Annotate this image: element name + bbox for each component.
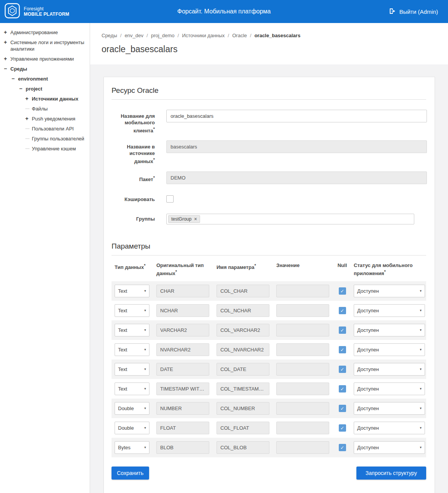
type-select[interactable]: Text ▾	[115, 363, 149, 376]
sidebar-item-app-management[interactable]: +Управление приложениями	[0, 54, 90, 64]
cache-checkbox[interactable]	[166, 195, 174, 203]
sidebar-item-label: Источники данных	[32, 96, 78, 102]
page-head: Среды/env_dev/proj_demo/Источники данных…	[90, 23, 448, 64]
breadcrumb-item[interactable]: Источники данных	[182, 33, 225, 38]
null-checkbox[interactable]: ✓	[339, 424, 346, 432]
chevron-down-icon: ▾	[144, 289, 146, 293]
expand-icon[interactable]: +	[4, 56, 10, 62]
chevron-down-icon: ▾	[144, 308, 146, 312]
null-checkbox[interactable]: ✓	[339, 307, 346, 314]
collapse-icon[interactable]: −	[19, 86, 26, 92]
expand-icon[interactable]: +	[4, 29, 10, 36]
expand-icon[interactable]: +	[25, 115, 32, 122]
sidebar-item-label: Системные логи и инструменты аналитики	[10, 39, 87, 52]
null-checkbox[interactable]: ✓	[339, 366, 346, 373]
null-checkbox[interactable]: ✓	[339, 287, 346, 295]
save-button[interactable]: Сохранить	[112, 467, 149, 480]
status-select[interactable]: Доступен ▾	[354, 343, 425, 356]
sidebar-item-project[interactable]: −project	[0, 84, 90, 94]
type-select[interactable]: Double ▾	[115, 402, 149, 415]
type-select-value: Text	[118, 327, 127, 333]
breadcrumb-item[interactable]: proj_demo	[151, 33, 174, 38]
required-marker: *	[153, 127, 155, 131]
chevron-down-icon: ▾	[144, 445, 146, 449]
source-name-input	[166, 140, 427, 153]
value-input	[276, 422, 329, 434]
logo: Foresight MOBILE PLATFORM	[0, 3, 90, 20]
null-checkbox[interactable]: ✓	[339, 346, 346, 353]
value-input	[276, 441, 329, 454]
remove-tag-icon[interactable]: ×	[194, 216, 197, 222]
section-title-resource: Ресурс Oracle	[112, 84, 426, 100]
status-select[interactable]: Доступен ▾	[354, 383, 425, 395]
required-marker: *	[144, 263, 145, 268]
chevron-down-icon: ▾	[420, 387, 422, 391]
collapse-icon[interactable]: −	[11, 76, 18, 82]
sidebar-item-cache-management[interactable]: Управление кэшем	[0, 144, 90, 154]
sidebar-item-environment[interactable]: −environment	[0, 74, 90, 84]
app-title: Форсайт. Мобильная платформа	[177, 8, 271, 15]
request-structure-button[interactable]: Запросить структуру	[356, 467, 426, 480]
original-type-input	[156, 363, 209, 376]
mobile-name-input[interactable]	[166, 110, 427, 122]
expand-icon[interactable]: +	[4, 39, 10, 46]
null-checkbox[interactable]: ✓	[339, 385, 346, 392]
groups-input[interactable]: testGroup×	[166, 214, 414, 224]
type-select-value: Bytes	[118, 445, 131, 450]
sidebar-item-data-sources[interactable]: +Источники данных	[0, 94, 90, 104]
status-select-value: Доступен	[357, 327, 379, 333]
sidebar-item-label: Файлы	[32, 106, 48, 112]
type-select[interactable]: Bytes ▾	[115, 441, 149, 454]
status-select[interactable]: Доступен ▾	[354, 402, 425, 415]
parameter-name-input	[217, 383, 269, 395]
group-chip[interactable]: testGroup×	[168, 215, 200, 223]
form-row-package: Пакет*	[112, 171, 426, 184]
required-marker: *	[153, 157, 155, 162]
breadcrumb-item[interactable]: Oracle	[232, 33, 247, 38]
null-checkbox[interactable]: ✓	[339, 405, 346, 412]
package-label: Пакет*	[112, 171, 155, 183]
status-select[interactable]: Доступен ▾	[354, 441, 425, 454]
type-select[interactable]: Text ▾	[115, 324, 149, 336]
sidebar-item-api-users[interactable]: Пользователи API	[0, 124, 90, 134]
status-select[interactable]: Доступен ▾	[354, 285, 425, 297]
collapse-icon[interactable]: −	[4, 66, 10, 72]
status-select[interactable]: Доступен ▾	[354, 324, 425, 336]
mobile-name-label: Название для мобильного клиента*	[112, 110, 155, 134]
status-select-value: Доступен	[357, 445, 379, 450]
sidebar-item-system-logs[interactable]: +Системные логи и инструменты аналитики	[0, 38, 90, 54]
sidebar-item-label: Группы пользователей	[32, 135, 84, 142]
logout-button[interactable]: Выйти (Admin)	[389, 8, 448, 15]
app-header: Foresight MOBILE PLATFORM Форсайт. Мобил…	[0, 0, 448, 23]
type-select[interactable]: Text ▾	[115, 285, 149, 297]
null-checkbox[interactable]: ✓	[339, 326, 346, 334]
sidebar-item-label: Пользователи API	[32, 125, 74, 132]
null-checkbox[interactable]: ✓	[339, 444, 346, 451]
sidebar-item-administration[interactable]: +Администрирование	[0, 28, 90, 38]
parameter-row: Text ▾ ✓ Доступен ▾	[112, 301, 426, 320]
sidebar-item-environments[interactable]: −Среды	[0, 64, 90, 74]
column-header-name: Имя параметра*	[217, 262, 269, 270]
breadcrumb-separator: /	[250, 33, 251, 38]
status-select[interactable]: Доступен ▾	[354, 422, 425, 434]
type-select[interactable]: Text ▾	[115, 383, 149, 395]
breadcrumb-separator: /	[146, 33, 148, 38]
chevron-down-icon: ▾	[144, 426, 146, 430]
expand-icon[interactable]: +	[25, 96, 32, 102]
type-select[interactable]: Text ▾	[115, 343, 149, 356]
sidebar-item-push-notifications[interactable]: +Push уведомления	[0, 114, 90, 124]
type-select[interactable]: Double ▾	[115, 422, 149, 434]
original-type-input	[156, 285, 209, 297]
sidebar-item-user-groups[interactable]: Группы пользователей	[0, 134, 90, 144]
sidebar-item-files[interactable]: Файлы	[0, 104, 90, 114]
breadcrumb-item[interactable]: env_dev	[125, 33, 143, 38]
status-select[interactable]: Доступен ▾	[354, 304, 425, 317]
status-select[interactable]: Доступен ▾	[354, 363, 425, 376]
form-actions: Сохранить Запросить структуру	[112, 467, 426, 480]
breadcrumb-item[interactable]: Среды	[102, 33, 117, 38]
column-header-status: Статус для мобильного приложения*	[354, 262, 425, 277]
logo-line1: Foresight	[24, 6, 44, 12]
parameter-row: Text ▾ ✓ Доступен ▾	[112, 359, 426, 379]
parameter-name-input	[217, 363, 269, 376]
type-select[interactable]: Text ▾	[115, 304, 149, 317]
